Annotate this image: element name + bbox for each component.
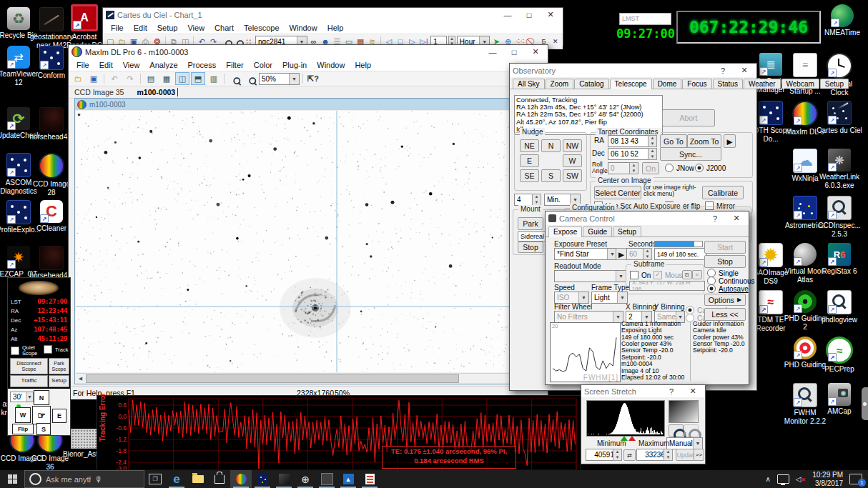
menu-item-analyze[interactable]: Analyze [144,60,182,70]
taskbar-clock[interactable]: 10:29 PM 3/8/2017 [812,471,843,487]
stretch-zoom-in-icon[interactable] [669,424,684,437]
tab-guide[interactable]: Guide [583,226,612,236]
swap-icon[interactable]: ⇄ [623,449,636,461]
quiet-scope-checkbox[interactable]: Quiet Scope [11,345,39,356]
goto-button[interactable]: Go To [660,134,687,148]
nudge-south-button[interactable]: S [36,423,51,435]
microphone-icon[interactable]: 🎙 [95,475,140,484]
zoom-in-icon[interactable] [231,75,239,82]
tab-all-sky[interactable]: All Sky [513,79,545,89]
scope-setup-button[interactable]: Setup [49,375,69,387]
info-window-icon[interactable]: ◫ [175,72,189,85]
maxim-minimize-icon[interactable]: — [483,46,502,58]
nudge-east-button[interactable]: E [52,409,66,423]
minimum-spinner[interactable]: ▲▼ [613,449,622,461]
target-dec-input[interactable]: 06 10 52 [608,148,652,160]
nudge-ne-button[interactable]: NE [520,139,539,152]
save-icon[interactable]: ▣ [87,72,101,85]
preset-flyout-icon[interactable]: ▶ [616,248,627,260]
ra-spinner[interactable]: ▲▼ [648,135,657,147]
task-view-button[interactable]: ❐ [144,470,166,488]
tab-ccd-image-35[interactable]: CCD Image 35 [74,88,124,96]
options-button[interactable]: Options▶ [704,294,746,306]
cartes-minimize-icon[interactable]: — [498,9,517,21]
taskbar-photos-app[interactable]: ▲ [337,470,359,488]
start-button[interactable]: Start [704,241,746,254]
desktop-icon-pecprep[interactable]: ≈↗PECPrep [817,337,862,374]
maxim-maximize-icon[interactable]: □ [505,46,523,58]
desktop-icon-acrobat-reader-dc[interactable]: A↗Acrobat Reader DC [61,4,107,49]
tab-webcam[interactable]: Webcam [781,79,819,89]
menu-item-color[interactable]: Color [249,60,277,70]
taskbar-maxim[interactable] [230,470,252,488]
open-icon[interactable]: 🗀 [71,72,85,85]
tab-setup[interactable]: Setup [820,79,849,89]
menu-item-edit[interactable]: Edit [129,23,152,33]
stretch-mode-select[interactable]: Manual▼ [666,437,703,449]
menu-item-view[interactable]: View [182,23,209,33]
stop-button[interactable]: Stop [704,255,746,268]
menu-item-file[interactable]: File [106,23,129,33]
desktop-icon-sidereal-clock[interactable]: ↗Sidereal Clock [817,53,862,96]
nudge-north-button[interactable]: N [34,390,49,405]
zoom-out-icon[interactable] [247,75,255,82]
action-center-icon[interactable]: 1 [849,474,862,484]
taskbar-ascom[interactable] [252,470,273,488]
taskbar-gray-app[interactable] [316,470,337,488]
traffic-button[interactable]: Traffic [10,375,48,387]
network-icon[interactable] [777,474,789,484]
camera-close-icon[interactable]: ✕ [727,212,746,224]
cartes-close-icon[interactable]: ✕ [541,9,560,21]
desktop-icon-cartes-du-ciel[interactable]: ↗Cartes du Ciel [817,101,862,135]
roll-on-button[interactable]: On [642,162,659,174]
taskbar-imaging-app[interactable] [273,470,295,488]
desktop-icon-phdlogview[interactable]: ↗phdlogview [817,290,862,324]
image-titlebar[interactable]: m100-0003 [75,99,544,110]
nudge-nw-button[interactable]: NW [563,139,582,152]
stretch-titlebar[interactable]: Screen Stretch ? ✕ [581,385,705,397]
subframe-on-checkbox[interactable]: On [630,271,651,279]
taskbar-store[interactable] [209,470,230,488]
menu-item-plug-in[interactable]: Plug-in [277,60,312,70]
menu-item-window[interactable]: Window [285,23,322,33]
filter-wheel-select[interactable]: No Filters▼ [554,311,623,323]
park-scope-button[interactable]: Park Scope [49,358,69,374]
teamviewer-edge-tab[interactable] [862,387,868,420]
nudge-sw-button[interactable]: SW [563,169,582,182]
toolbar-close-icon[interactable]: ✕ [551,35,561,48]
menu-item-file[interactable]: File [71,60,94,70]
tab-zoom[interactable]: Zoom [546,79,574,89]
nudge-e-button[interactable]: E [520,154,539,167]
track-checkbox[interactable]: Track [44,345,68,354]
desktop-icon-nmeatime[interactable]: ↗NMEATime [819,4,865,37]
tab-weather[interactable]: Weather [744,79,781,89]
more-button[interactable]: >> [694,449,704,461]
menu-item-help[interactable]: Help [350,60,376,70]
screen-stretch-icon[interactable]: ▤ [144,72,158,85]
dec-spinner[interactable]: ▲▼ [648,148,657,160]
taskbar-edge[interactable]: e [166,470,187,488]
taskbar-explorer[interactable] [187,470,209,488]
roll-spinner[interactable]: ▲▼ [629,162,638,174]
abort-button[interactable]: Abort [662,109,715,126]
menu-item-edit[interactable]: Edit [94,60,118,70]
select-center-button[interactable]: Select Center [594,186,641,199]
park-button[interactable]: Park [518,217,543,230]
maximum-spinner[interactable]: ▲▼ [664,449,673,461]
menu-item-telescope[interactable]: Telescope [239,23,285,33]
tab-dome[interactable]: Dome [653,79,682,89]
speed-select[interactable]: ISO▼ [554,292,589,304]
autosave-radio[interactable]: Autosave [707,284,749,293]
observatory-close-icon[interactable]: ✕ [735,64,754,76]
tab-expose[interactable]: Expose [548,226,582,237]
nudge-s-button[interactable]: S [541,169,561,182]
taskbar-search[interactable]: Ask me anything 🎙 [24,470,144,488]
cartes-titlebar[interactable]: Cartes du Ciel - Chart_1 — □ ✕ [103,8,563,21]
undo-icon[interactable]: ↶ [107,72,122,85]
nudge-west-button[interactable]: W [15,407,31,423]
redo-icon[interactable]: ↷ [123,72,137,85]
zoom-level-select[interactable]: 50%▼ [259,73,300,85]
menu-item-help[interactable]: Help [322,23,349,33]
pointer-button[interactable]: ☞ [32,406,51,424]
nudge-amount-spinner[interactable]: ▲▼ [532,194,541,206]
